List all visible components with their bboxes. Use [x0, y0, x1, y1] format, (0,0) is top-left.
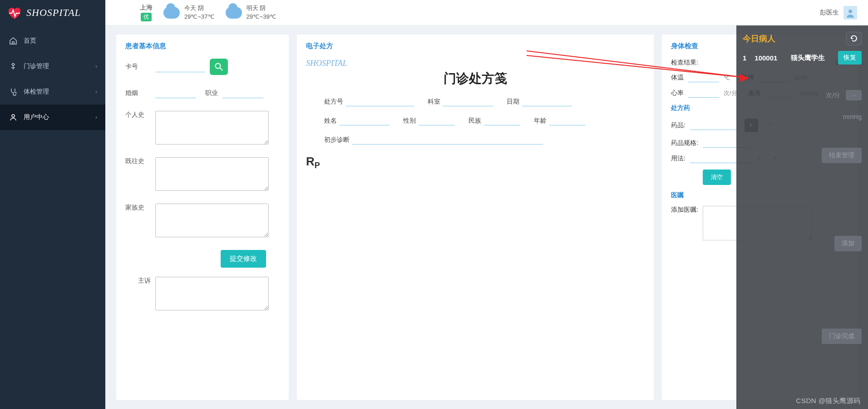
rx-no-input[interactable] [346, 97, 414, 106]
sidebar-menu: 首页 门诊管理 › 体检管理 › 用户中心 › [0, 25, 105, 130]
stethoscope-icon [9, 88, 17, 96]
rx-no-label: 处方号 [324, 98, 343, 106]
ghost-button: ··· [846, 90, 862, 100]
today-patient-title: 今日病人 [743, 33, 775, 44]
dx-input[interactable] [352, 135, 543, 145]
sidebar-item-user-center[interactable]: 用户中心 › [0, 105, 105, 130]
svg-line-4 [220, 68, 223, 71]
sidebar-item-label: 门诊管理 [24, 62, 49, 70]
sidebar-item-label: 体检管理 [24, 88, 49, 96]
rx-heading: 门诊处方笺 [306, 70, 645, 87]
weather-tomorrow-text: 明天 阴 29℃~39℃ [247, 4, 277, 20]
weather-today-text: 今天 阴 29℃~37℃ [184, 4, 215, 20]
age-label: 年龄 [534, 117, 547, 125]
hr-input[interactable] [688, 89, 719, 98]
card-label: 卡号 [125, 63, 151, 71]
city-block: 上海 优 [140, 4, 153, 21]
logo-area: SHOSPITAL [0, 0, 105, 25]
dept-input[interactable] [443, 97, 493, 106]
clear-button[interactable]: 清空 [703, 170, 731, 185]
occupation-label: 职业 [205, 89, 218, 97]
date-input[interactable] [522, 97, 572, 106]
sidebar-item-outpatient[interactable]: 门诊管理 › [0, 54, 105, 79]
sidebar: SHOSPITAL 首页 门诊管理 › 体检管理 › 用户中心 › [0, 0, 105, 409]
search-button[interactable] [210, 59, 228, 75]
weather-block: 上海 优 今天 阴 29℃~37℃ 明天 阴 29℃~39℃ [140, 4, 276, 21]
marriage-input[interactable] [155, 88, 196, 98]
svg-point-1 [12, 115, 15, 117]
hr-label: 心率 [671, 89, 684, 97]
user-name: 彭医生 [820, 9, 839, 17]
dept-label: 科室 [428, 98, 440, 106]
submit-button[interactable]: 提交修改 [221, 250, 266, 268]
temp-label: 体温 [671, 74, 684, 82]
top-header: 上海 优 今天 阴 29℃~37℃ 明天 阴 29℃~39℃ 彭医生 [105, 0, 868, 25]
spec-label: 药品规格: [671, 139, 698, 147]
ethnic-label: 民族 [469, 117, 481, 125]
patient-name: 猫头鹰学生 [785, 54, 830, 62]
card-input[interactable] [155, 62, 205, 72]
finish-visit-button[interactable]: 门诊完成 [822, 329, 862, 344]
name-input[interactable] [340, 116, 390, 125]
finish-manage-button[interactable]: 结束管理 [822, 148, 862, 163]
age-input[interactable] [549, 116, 586, 125]
rp-symbol: RP [306, 155, 645, 170]
refresh-button[interactable] [846, 32, 862, 45]
sidebar-item-label: 首页 [24, 37, 36, 45]
weather-today-label: 今天 阴 [184, 4, 215, 12]
result-label: 检查结果: [671, 59, 698, 67]
occupation-input[interactable] [222, 88, 263, 98]
logo-icon [7, 6, 22, 19]
rx-watermark: SHOSPITAL [306, 59, 645, 68]
refresh-icon [850, 35, 858, 43]
marriage-label: 婚姻 [125, 89, 151, 97]
gender-input[interactable] [419, 116, 455, 125]
ethnic-input[interactable] [484, 116, 520, 125]
today-patient-panel: 今日病人 1 100001 猫头鹰学生 恢复 次/分 ··· mmHg 结束管理… [736, 25, 868, 409]
avatar [843, 6, 857, 20]
sidebar-item-home[interactable]: 首页 [0, 28, 105, 54]
weather-tomorrow: 明天 阴 29℃~39℃ [226, 4, 277, 20]
chief-label: 主诉 [125, 277, 151, 285]
chevron-right-icon: › [95, 89, 97, 95]
personal-hx-textarea[interactable] [155, 111, 269, 145]
date-label: 日期 [507, 98, 519, 106]
patient-row[interactable]: 1 100001 猫头鹰学生 恢复 [743, 51, 862, 65]
svg-point-3 [216, 64, 221, 69]
weather-today-temp: 29℃~37℃ [184, 13, 215, 21]
sidebar-item-physical[interactable]: 体检管理 › [0, 79, 105, 105]
panel-title: 患者基本信息 [125, 42, 280, 50]
past-hx-textarea[interactable] [155, 157, 269, 191]
temp-input[interactable] [688, 73, 719, 82]
chief-textarea[interactable] [155, 277, 269, 310]
drug-input[interactable] [690, 121, 740, 130]
family-hx-label: 家族史 [125, 204, 151, 212]
svg-point-2 [848, 10, 852, 13]
faded-hint2: mmHg [843, 113, 862, 120]
weather-tomorrow-temp: 29℃~39℃ [247, 13, 277, 21]
personal-hx-label: 个人史 [125, 111, 151, 119]
logo-text: SHOSPITAL [26, 7, 81, 19]
family-hx-textarea[interactable] [155, 204, 269, 237]
sidebar-item-label: 用户中心 [24, 113, 49, 121]
usage-label: 用法: [671, 155, 686, 163]
weather-tomorrow-label: 明天 阴 [247, 4, 277, 12]
outpatient-icon [9, 62, 17, 70]
svg-point-0 [15, 92, 17, 94]
add-button[interactable]: 添加 [834, 236, 862, 251]
dx-label: 初步诊断 [324, 136, 350, 144]
patient-id: 100001 [755, 54, 777, 62]
user-icon [9, 113, 17, 121]
user-area[interactable]: 彭医生 [820, 6, 861, 20]
panel-title: 电子处方 [306, 42, 645, 50]
hr-unit: 次/分 [724, 89, 737, 97]
city-name: 上海 [140, 4, 153, 12]
restore-button[interactable]: 恢复 [838, 51, 862, 65]
drug-label: 药品: [671, 121, 686, 130]
home-icon [9, 37, 17, 45]
chevron-right-icon: › [95, 63, 97, 70]
name-label: 姓名 [324, 117, 337, 125]
temp-unit: ℃ [724, 75, 730, 81]
air-quality-badge: 优 [141, 13, 152, 21]
past-hx-label: 既往史 [125, 157, 151, 165]
